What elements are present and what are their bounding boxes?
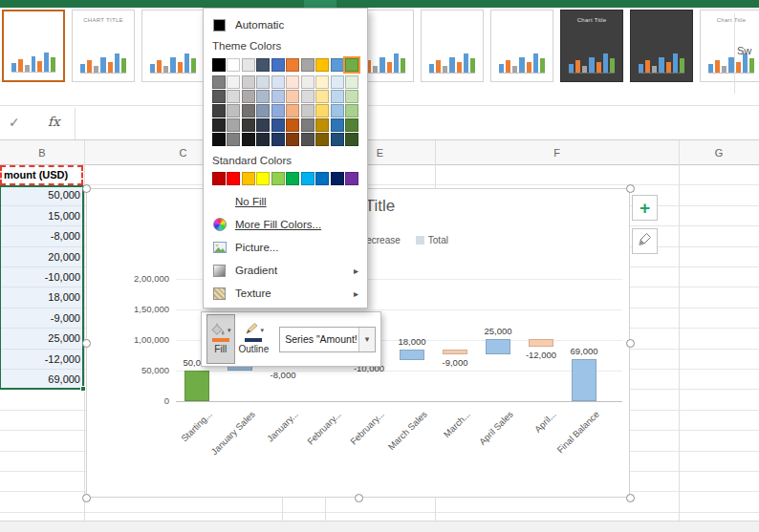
theme-color-tint-swatch[interactable] — [271, 90, 285, 103]
chart-selection-handle[interactable] — [82, 184, 91, 193]
standard-color-swatch[interactable] — [301, 172, 314, 185]
standard-color-swatch[interactable] — [212, 172, 226, 185]
theme-color-tint-swatch[interactable] — [256, 104, 270, 117]
outline-button[interactable]: ▾ Outline — [235, 314, 273, 364]
chart-selection-handle[interactable] — [626, 184, 635, 193]
theme-color-tint-swatch[interactable] — [301, 90, 314, 103]
column-header-C[interactable]: C — [164, 140, 203, 165]
theme-color-tint-swatch[interactable] — [331, 104, 344, 117]
standard-color-swatch[interactable] — [315, 172, 329, 185]
theme-color-tint-swatch[interactable] — [315, 75, 329, 89]
theme-color-swatch[interactable] — [256, 58, 270, 72]
theme-color-tint-swatch[interactable] — [345, 104, 358, 117]
theme-color-tint-swatch[interactable] — [286, 104, 299, 117]
chart-bar[interactable] — [184, 371, 209, 401]
theme-color-tint-swatch[interactable] — [227, 133, 240, 146]
chart-selection-handle[interactable] — [82, 494, 91, 502]
theme-color-tint-swatch[interactable] — [242, 75, 255, 89]
menu-item-no-fill[interactable]: No Fill — [204, 190, 367, 213]
theme-color-tint-swatch[interactable] — [271, 133, 285, 146]
fill-button[interactable]: ▾ Fill — [206, 314, 235, 364]
chart-bar[interactable] — [400, 350, 424, 361]
theme-color-tint-swatch[interactable] — [301, 75, 314, 89]
theme-color-tint-swatch[interactable] — [242, 133, 255, 146]
menu-item-picture[interactable]: Picture... — [204, 236, 367, 259]
theme-color-tint-swatch[interactable] — [345, 75, 358, 89]
theme-color-swatch[interactable] — [212, 58, 226, 72]
horizontal-scrollbar[interactable] — [0, 521, 759, 532]
data-label[interactable]: -9,000 — [424, 357, 486, 368]
chart-style-thumbnail[interactable] — [490, 10, 553, 82]
theme-color-tint-swatch[interactable] — [301, 133, 314, 146]
standard-color-swatch[interactable] — [256, 172, 270, 185]
theme-color-tint-swatch[interactable] — [315, 133, 329, 146]
chart-bar[interactable] — [529, 339, 553, 347]
standard-color-swatch[interactable] — [331, 172, 344, 185]
theme-color-swatch[interactable] — [345, 58, 358, 72]
copied-cell[interactable]: mount (USD) — [0, 165, 83, 185]
theme-color-swatch[interactable] — [315, 58, 329, 72]
theme-color-tint-swatch[interactable] — [331, 75, 344, 89]
theme-color-tint-swatch[interactable] — [331, 133, 344, 146]
chart-bar[interactable] — [572, 359, 596, 401]
menu-item-automatic[interactable]: Automatic — [204, 13, 367, 36]
theme-color-tint-swatch[interactable] — [301, 104, 314, 117]
theme-color-tint-swatch[interactable] — [256, 90, 270, 103]
theme-color-tint-swatch[interactable] — [242, 90, 255, 103]
legend-item[interactable]: Total — [416, 235, 448, 245]
chart-style-thumbnail[interactable] — [421, 10, 484, 82]
menu-item-texture[interactable]: Texture ▸ — [204, 282, 367, 305]
theme-color-tint-swatch[interactable] — [271, 118, 285, 132]
data-label[interactable]: 25,000 — [467, 326, 529, 336]
sheet-cell[interactable]: 69,000 — [0, 370, 80, 390]
chart-bar[interactable] — [486, 339, 510, 354]
theme-color-swatch[interactable] — [242, 58, 255, 72]
chevron-down-icon[interactable]: ▾ — [358, 328, 375, 351]
formula-bar[interactable]: ✓ fx — [0, 105, 759, 140]
theme-color-tint-swatch[interactable] — [242, 104, 255, 117]
standard-color-swatch[interactable] — [345, 172, 358, 185]
theme-color-tint-swatch[interactable] — [301, 118, 314, 132]
sheet-cell[interactable]: -9,000 — [0, 309, 80, 329]
theme-color-tint-swatch[interactable] — [286, 118, 299, 132]
chart-selection-handle[interactable] — [355, 494, 363, 502]
chart-bar[interactable] — [443, 350, 467, 355]
sheet-cell[interactable]: 20,000 — [0, 247, 80, 267]
theme-color-tint-swatch[interactable] — [256, 118, 270, 132]
theme-color-tint-swatch[interactable] — [345, 118, 358, 132]
theme-color-tint-swatch[interactable] — [212, 133, 226, 146]
menu-item-gradient[interactable]: Gradient ▸ — [204, 259, 367, 282]
chart-element-selector[interactable]: Series "Amount! ▾ — [279, 327, 376, 352]
chart-style-thumbnail[interactable] — [141, 10, 205, 82]
column-header-F[interactable]: F — [538, 140, 576, 165]
theme-color-swatch[interactable] — [227, 58, 240, 72]
theme-color-tint-swatch[interactable] — [345, 90, 358, 103]
theme-color-tint-swatch[interactable] — [227, 75, 240, 89]
standard-color-swatch[interactable] — [286, 172, 299, 185]
theme-color-tint-swatch[interactable] — [315, 104, 329, 117]
theme-color-tint-swatch[interactable] — [331, 90, 344, 103]
theme-color-tint-swatch[interactable] — [212, 104, 226, 117]
enter-check-icon[interactable]: ✓ — [9, 115, 20, 130]
theme-color-tint-swatch[interactable] — [345, 133, 358, 146]
theme-color-tint-swatch[interactable] — [331, 118, 344, 132]
theme-color-tint-swatch[interactable] — [227, 90, 240, 103]
theme-color-tint-swatch[interactable] — [286, 133, 299, 146]
theme-color-tint-swatch[interactable] — [271, 75, 285, 89]
theme-color-tint-swatch[interactable] — [286, 75, 299, 89]
column-header-G[interactable]: G — [700, 140, 738, 165]
chart-style-thumbnail[interactable] — [630, 10, 693, 82]
theme-color-tint-swatch[interactable] — [286, 90, 299, 103]
theme-color-tint-swatch[interactable] — [227, 118, 240, 132]
theme-color-swatch[interactable] — [271, 58, 285, 72]
chart-style-thumbnail[interactable]: Chart Title — [560, 10, 623, 82]
standard-color-swatch[interactable] — [227, 172, 240, 185]
menu-item-more-fill-colors[interactable]: More Fill Colors... — [204, 213, 367, 236]
sheet-cell[interactable]: 15,000 — [0, 206, 80, 226]
theme-color-swatch[interactable] — [286, 58, 299, 72]
chart-style-thumbnail[interactable]: CHART TITLE — [72, 10, 135, 82]
theme-color-tint-swatch[interactable] — [256, 133, 270, 146]
sheet-cell[interactable]: -12,000 — [0, 350, 80, 370]
theme-color-tint-swatch[interactable] — [256, 75, 270, 89]
sheet-cell[interactable]: 50,000 — [0, 185, 80, 205]
